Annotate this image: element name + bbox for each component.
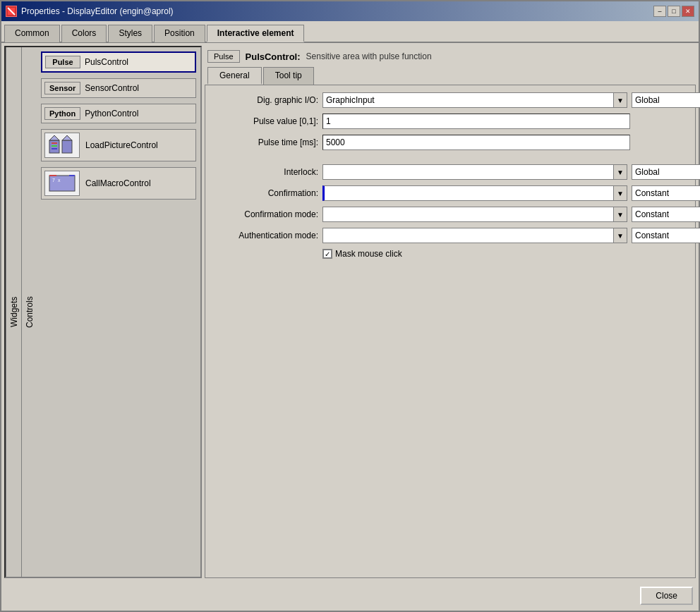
interlock-input-wrapper: ▼ — [322, 164, 627, 180]
widget-item-loadpicture[interactable]: LoadPictureControl — [41, 129, 196, 161]
callmacro-svg: 7 x — [48, 173, 76, 194]
auth-mode-label: Authentication mode: — [212, 231, 318, 240]
python-badge: Python — [44, 107, 80, 120]
left-sidebar: Widgets Controls — [6, 47, 37, 577]
form-row-auth-mode: Authentication mode: ▼ ▼ — [212, 228, 688, 243]
minimize-button[interactable]: – — [653, 6, 666, 17]
auth-mode-type-wrapper: ▼ — [632, 228, 688, 243]
pulse-header-title: PulsControl: — [246, 51, 301, 62]
svg-rect-4 — [62, 140, 72, 153]
titlebar-left: Properties - DisplayEditor (engin@aprol) — [6, 6, 174, 17]
pulse-badge: Pulse — [45, 56, 80, 68]
pulse-header: Pulse PulsControl: Sensitive area with p… — [205, 46, 696, 67]
loadpicture-name: LoadPictureControl — [85, 140, 158, 150]
tab-common[interactable]: Common — [4, 25, 60, 42]
main-window: Properties - DisplayEditor (engin@aprol)… — [0, 0, 700, 612]
checkbox-row: ✓ Mask mouse click — [322, 249, 688, 259]
dig-io-type-input[interactable] — [632, 92, 700, 108]
confirmation-type-wrapper: ▼ — [632, 185, 688, 201]
confirmation-mode-type-input[interactable] — [632, 207, 700, 222]
loadpicture-svg — [48, 135, 76, 156]
app-icon — [6, 6, 17, 17]
form-row-dig-io: Dig. graphic I/O: ▼ ▼ — [212, 92, 688, 108]
confirmation-mode-label: Confirmation mode: — [212, 209, 318, 219]
svg-text:7: 7 — [52, 178, 55, 183]
pulse-time-label: Pulse time [ms]: — [212, 137, 318, 147]
confirmation-mode-input[interactable] — [322, 207, 613, 222]
tab-position[interactable]: Position — [154, 25, 205, 42]
confirmation-type-input[interactable] — [632, 185, 700, 201]
sensor-badge: Sensor — [44, 82, 80, 94]
svg-text:x: x — [58, 178, 61, 183]
pulse-value-label: Pulse value [0,1]: — [212, 116, 318, 126]
form-row-confirmation: Confirmation: ▼ ▼ — [212, 185, 688, 201]
confirmation-mode-type-wrapper: ▼ — [632, 207, 688, 222]
widget-item-sensor[interactable]: Sensor SensorControl — [41, 78, 196, 98]
sidebar-widgets-label[interactable]: Widgets — [6, 47, 21, 577]
dig-io-input[interactable] — [322, 92, 613, 108]
form-row-confirmation-mode: Confirmation mode: ▼ ▼ — [212, 207, 688, 222]
tab-tooltip[interactable]: Tool tip — [263, 67, 314, 85]
mask-mouse-click-checkbox[interactable]: ✓ — [322, 249, 332, 259]
section-gap — [212, 156, 688, 164]
dig-io-label: Dig. graphic I/O: — [212, 95, 318, 105]
interlock-dropdown-btn[interactable]: ▼ — [613, 164, 627, 180]
widget-item-python[interactable]: Python PythonControl — [41, 104, 196, 123]
callmacro-icon: 7 x — [44, 171, 80, 196]
auth-mode-dropdown-btn[interactable]: ▼ — [613, 228, 627, 243]
inner-tabs: General Tool tip — [205, 67, 696, 85]
form-panel: Dig. graphic I/O: ▼ ▼ Pulse value [0,1]: — [205, 85, 696, 578]
interlock-label: Interlock: — [212, 167, 318, 177]
confirmation-mode-dropdown-btn[interactable]: ▼ — [613, 207, 627, 222]
close-button-bottom[interactable]: Close — [640, 587, 693, 605]
widget-item-callmacro[interactable]: 7 x CallMacroControl — [41, 167, 196, 200]
pulse-time-input[interactable] — [322, 135, 630, 150]
mask-mouse-click-label: Mask mouse click — [335, 249, 402, 259]
dig-io-input-wrapper: ▼ — [322, 92, 627, 108]
svg-marker-5 — [62, 135, 72, 140]
form-row-pulse-value: Pulse value [0,1]: — [212, 114, 688, 129]
pulse-name: PulsControl — [85, 57, 128, 67]
restore-button[interactable]: □ — [668, 6, 680, 17]
titlebar-controls: – □ ✕ — [653, 6, 694, 17]
confirmation-dropdown-btn[interactable]: ▼ — [613, 185, 627, 201]
callmacro-name: CallMacroControl — [85, 178, 151, 188]
pulse-header-desc: Sensitive area with pulse function — [306, 51, 432, 61]
python-name: PythonControl — [85, 109, 138, 118]
auth-mode-input[interactable] — [322, 228, 613, 243]
dig-io-dropdown-btn[interactable]: ▼ — [613, 92, 627, 108]
pulse-header-badge: Pulse — [207, 50, 240, 63]
interlock-input[interactable] — [322, 164, 613, 180]
auth-mode-type-input[interactable] — [632, 228, 700, 243]
window-title: Properties - DisplayEditor (engin@aprol) — [21, 6, 174, 16]
auth-mode-wrapper: ▼ — [322, 228, 627, 243]
titlebar: Properties - DisplayEditor (engin@aprol)… — [1, 1, 699, 21]
interlock-type-wrapper: ▼ — [632, 164, 688, 180]
interlock-type-input[interactable] — [632, 164, 700, 180]
close-button[interactable]: ✕ — [682, 6, 694, 17]
form-row-pulse-time: Pulse time [ms]: — [212, 135, 688, 150]
dig-io-type-wrapper: ▼ — [632, 92, 688, 108]
main-tabs: Common Colors Styles Position Interactiv… — [1, 21, 699, 43]
svg-marker-3 — [49, 135, 59, 140]
tab-interactive-element[interactable]: Interactive element — [207, 25, 305, 42]
bottom-bar: Close — [1, 581, 699, 611]
tab-colors[interactable]: Colors — [61, 25, 107, 42]
confirmation-mode-wrapper: ▼ — [322, 207, 627, 222]
confirmation-input[interactable] — [322, 185, 613, 201]
tab-styles[interactable]: Styles — [108, 25, 152, 42]
loadpicture-icon — [44, 133, 80, 158]
confirmation-label: Confirmation: — [212, 188, 318, 198]
right-panel: Pulse PulsControl: Sensitive area with p… — [205, 46, 696, 578]
widget-item-pulse[interactable]: Pulse PulsControl — [41, 51, 196, 73]
widget-list: Pulse PulsControl Sensor SensorControl P… — [37, 47, 200, 577]
sidebar-controls-label[interactable]: Controls — [21, 47, 37, 577]
content-area: Widgets Controls Pulse PulsControl Senso… — [1, 43, 699, 581]
pulse-value-input[interactable] — [322, 114, 630, 129]
left-panel: Widgets Controls Pulse PulsControl Senso… — [4, 46, 202, 578]
mask-mouse-click-checkbox-area[interactable]: ✓ Mask mouse click — [322, 249, 402, 259]
form-row-interlock: Interlock: ▼ ▼ — [212, 164, 688, 180]
sensor-name: SensorControl — [85, 83, 139, 93]
tab-general[interactable]: General — [207, 67, 262, 85]
confirmation-input-wrapper: ▼ — [322, 185, 627, 201]
